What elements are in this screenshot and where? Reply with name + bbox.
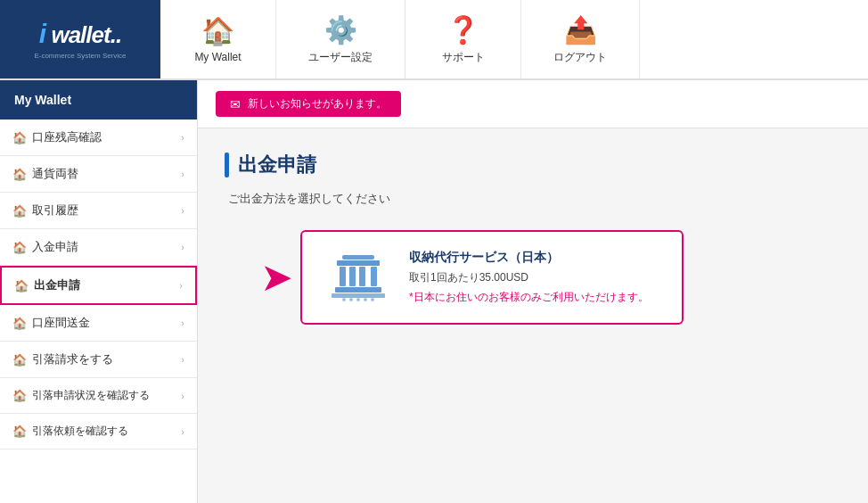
home-icon-exchange: 🏠 (12, 168, 27, 181)
mail-icon: ✉ (230, 97, 241, 111)
logo-main: i wallet.. (39, 19, 121, 49)
item-left-deposit: 🏠 入金申請 (12, 239, 78, 255)
service-note: *日本にお住いのお客様のみご利用いただけます。 (409, 290, 657, 305)
home-icon-billing-request: 🏠 (12, 353, 27, 367)
svg-rect-6 (335, 287, 381, 293)
home-icon-transfer: 🏠 (12, 317, 27, 330)
page-subtitle: ご出金方法を選択してください (228, 191, 841, 207)
notification-text: 新しいお知らせがあります。 (248, 96, 387, 111)
sidebar-item-billing-status[interactable]: 🏠 引落申請状況を確認する › (0, 378, 197, 414)
nav-label-my-wallet: My Wallet (194, 51, 241, 63)
help-nav-icon: ❓ (446, 14, 479, 45)
chevron-billing-status: › (181, 391, 184, 401)
svg-rect-3 (349, 267, 356, 286)
chevron-history: › (181, 205, 184, 216)
item-left-billing-status: 🏠 引落申請状況を確認する (12, 388, 150, 403)
item-left-exchange: 🏠 通貨両替 (12, 166, 78, 182)
sidebar-label-withdrawal: 出金申請 (34, 277, 80, 293)
item-left-transfer: 🏠 口座間送金 (12, 315, 90, 331)
item-left-withdrawal: 🏠 出金申請 (14, 277, 80, 293)
sidebar-label-billing-request: 引落請求をする (32, 351, 113, 367)
chevron-balance: › (181, 132, 184, 143)
svg-point-11 (364, 298, 367, 301)
home-nav-icon: 🏠 (201, 15, 234, 46)
notification-bar: ✉ 新しいお知らせがあります。 (198, 80, 868, 128)
sidebar-item-balance[interactable]: 🏠 口座残高確認 › (0, 120, 197, 156)
sidebar-label-billing-confirm: 引落依頼を確認する (32, 424, 128, 439)
svg-rect-4 (359, 267, 365, 286)
sidebar-label-transfer: 口座間送金 (32, 315, 90, 331)
page-title-row: 出金申請 (225, 152, 841, 178)
header-nav: 🏠 My Wallet ⚙️ ユーザー設定 ❓ サポート 📤 ログアウト (160, 0, 868, 78)
svg-rect-1 (337, 260, 380, 266)
main-layout: My Wallet 🏠 口座残高確認 › 🏠 通貨両替 › 🏠 取引履歴 › (0, 80, 868, 503)
bank-svg (332, 252, 385, 303)
nav-label-logout: ログアウト (553, 50, 607, 65)
logout-nav-icon: 📤 (564, 14, 597, 45)
sidebar-label-deposit: 入金申請 (32, 239, 78, 255)
arrow-right-icon: ➤ (260, 258, 293, 297)
logo: i wallet.. E-commerce System Service (0, 0, 160, 78)
svg-rect-7 (332, 293, 385, 298)
chevron-withdrawal: › (179, 280, 183, 291)
nav-item-my-wallet[interactable]: 🏠 My Wallet (160, 0, 276, 78)
sidebar: My Wallet 🏠 口座残高確認 › 🏠 通貨両替 › 🏠 取引履歴 › (0, 80, 198, 503)
service-info: 収納代行サービス（日本） 取引1回あたり35.00USD *日本にお住いのお客様… (409, 250, 657, 305)
chevron-billing-confirm: › (181, 426, 184, 437)
nav-label-support: サポート (442, 50, 485, 65)
sidebar-label-exchange: 通貨両替 (32, 166, 78, 182)
sidebar-item-billing-request[interactable]: 🏠 引落請求をする › (0, 342, 197, 378)
home-icon-billing-status: 🏠 (12, 389, 27, 402)
svg-rect-5 (371, 267, 377, 286)
header: i wallet.. E-commerce System Service 🏠 M… (0, 0, 868, 80)
sidebar-item-transfer[interactable]: 🏠 口座間送金 › (0, 305, 197, 342)
content: ✉ 新しいお知らせがあります。 出金申請 ご出金方法を選択してください ➤ (198, 80, 868, 503)
settings-nav-icon: ⚙️ (324, 14, 357, 45)
item-left-history: 🏠 取引履歴 (12, 202, 78, 219)
home-icon-withdrawal: 🏠 (14, 279, 29, 293)
sidebar-item-history[interactable]: 🏠 取引履歴 › (0, 193, 197, 229)
home-icon-billing-confirm: 🏠 (12, 425, 27, 438)
title-bar-accent (225, 153, 229, 177)
sidebar-item-exchange[interactable]: 🏠 通貨両替 › (0, 156, 197, 193)
nav-item-user-settings[interactable]: ⚙️ ユーザー設定 (276, 0, 405, 78)
chevron-exchange: › (181, 169, 184, 179)
service-name: 収納代行サービス（日本） (409, 250, 657, 266)
sidebar-item-billing-confirm[interactable]: 🏠 引落依頼を確認する › (0, 414, 197, 449)
bank-building-icon (327, 251, 389, 304)
item-left-balance: 🏠 口座残高確認 (12, 129, 102, 145)
item-left-billing-request: 🏠 引落請求をする (12, 351, 113, 367)
service-fee: 取引1回あたり35.00USD (409, 270, 657, 285)
chevron-billing-request: › (181, 354, 184, 365)
svg-rect-2 (340, 267, 346, 286)
svg-point-10 (356, 298, 360, 301)
nav-item-support[interactable]: ❓ サポート (405, 0, 521, 78)
svg-point-12 (371, 298, 374, 301)
notification-badge[interactable]: ✉ 新しいお知らせがあります。 (216, 91, 401, 117)
home-icon-history: 🏠 (12, 204, 27, 218)
home-icon-balance: 🏠 (12, 131, 27, 144)
option-area: ➤ (260, 230, 841, 325)
sidebar-item-deposit[interactable]: 🏠 入金申請 › (0, 229, 197, 266)
chevron-transfer: › (181, 317, 184, 328)
item-left-billing-confirm: 🏠 引落依頼を確認する (12, 424, 128, 439)
content-body: 出金申請 ご出金方法を選択してください ➤ (198, 128, 868, 348)
home-icon-deposit: 🏠 (12, 241, 27, 254)
page-title: 出金申請 (238, 152, 316, 178)
sidebar-label-balance: 口座残高確認 (32, 129, 102, 145)
svg-point-8 (342, 298, 346, 301)
nav-label-user-settings: ユーザー設定 (308, 50, 373, 65)
service-card[interactable]: 収納代行サービス（日本） 取引1回あたり35.00USD *日本にお住いのお客様… (300, 230, 684, 325)
svg-rect-0 (342, 255, 374, 260)
sidebar-item-withdrawal[interactable]: 🏠 出金申請 › (0, 266, 197, 305)
svg-point-9 (349, 298, 353, 301)
nav-item-logout[interactable]: 📤 ログアウト (521, 0, 640, 78)
sidebar-label-billing-status: 引落申請状況を確認する (32, 388, 150, 403)
sidebar-title: My Wallet (0, 80, 197, 120)
sidebar-label-history: 取引履歴 (32, 202, 78, 219)
logo-sub: E-commerce System Service (34, 52, 126, 60)
chevron-deposit: › (181, 242, 184, 252)
